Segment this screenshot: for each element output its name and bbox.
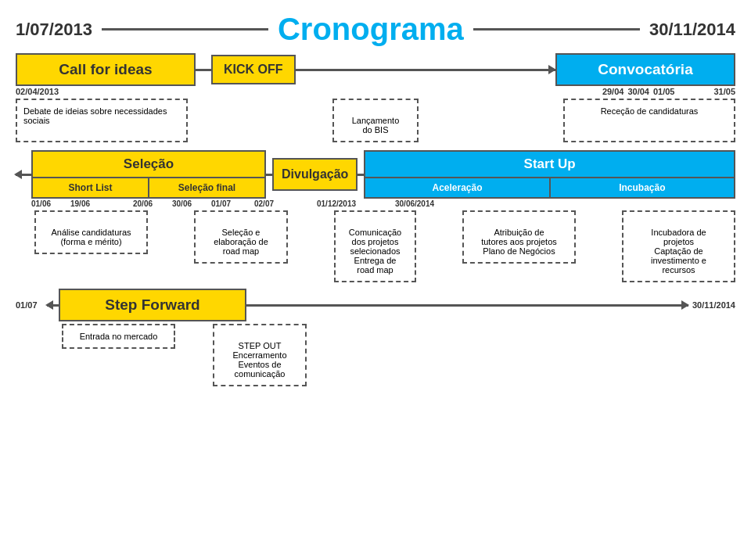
header-line-left — [102, 28, 268, 31]
spacer2 — [422, 99, 560, 142]
conn1 — [196, 69, 211, 71]
phase-row-1: Call for ideas KICK OFF Convocatória — [16, 53, 735, 86]
selecao-box: Seleção — [31, 150, 266, 178]
startup-sub: Aceleração Incubação — [364, 178, 735, 199]
debate-box: Debate de ideias sobre necessidades soci… — [16, 99, 188, 142]
step-forward-row: 01/07 Step Forward 30/11/2014 — [16, 289, 735, 321]
conn3 — [266, 174, 272, 176]
aceleracao-box: Aceleração — [364, 178, 550, 199]
analise-box: Análise candidaturas (forma e mérito) — [34, 210, 148, 254]
kick-off-box: KICK OFF — [211, 55, 296, 84]
startup-box: Start Up — [364, 150, 735, 178]
content-row-3: Entrada no mercado STEP OUT Encerramento… — [16, 324, 735, 386]
step-forward-box: Step Forward — [59, 289, 246, 321]
content-row-1: Debate de ideias sobre necessidades soci… — [16, 99, 735, 142]
phase-row-2: Seleção Short List Seleção final Divulga… — [16, 150, 735, 199]
dates-row-2: 01/06 19/06 20/06 30/06 01/07 02/07 01/1… — [16, 199, 735, 208]
header-line-right — [473, 28, 640, 31]
call-for-ideas-box: Call for ideas — [16, 53, 196, 86]
header-row: 1/07/2013 Cronograma 30/11/2014 — [16, 12, 735, 47]
incubadora-box: Incubadora de projetos Captação de inves… — [622, 210, 735, 282]
content-row-2: Análise candidaturas (forma e mérito) Se… — [16, 210, 735, 282]
startup-group: Start Up Aceleração Incubação — [364, 150, 735, 199]
shortlist-box: Short List — [31, 178, 149, 199]
selecao-elaboracao-box: Seleção e elaboração de road map — [194, 210, 288, 264]
incubacao-box: Incubação — [551, 178, 735, 199]
arrow-in-3 — [47, 304, 59, 307]
arrow-in-2 — [16, 174, 31, 176]
dates-row-1: 02/04/2013 29/04 30/04 01/05 31/05 — [16, 87, 735, 96]
step-out-box: STEP OUT Encerramento Eventos de comunic… — [213, 324, 307, 386]
conn2 — [296, 69, 555, 71]
entrada-box: Entrada no mercado — [62, 324, 175, 349]
recepcao-box: Receção de candidaturas — [563, 99, 735, 142]
conn5 — [246, 304, 688, 307]
selecao-sub: Short List Seleção final — [31, 178, 266, 199]
header-date-start: 1/07/2013 — [16, 20, 92, 40]
header-title: Cronograma — [278, 12, 464, 47]
spacer1 — [191, 99, 329, 142]
selecao-group: Seleção Short List Seleção final — [31, 150, 266, 199]
header-date-end: 30/11/2014 — [649, 20, 735, 40]
page: 1/07/2013 Cronograma 30/11/2014 Call for… — [0, 0, 751, 560]
divulgacao-box: Divulgação — [272, 158, 358, 191]
selecao-final-box: Seleção final — [149, 178, 266, 199]
comunicacao-box: Comunicação dos projetos selecionados En… — [334, 210, 416, 282]
convocatoria-box: Convocatória — [555, 53, 735, 86]
lancamento-box: Lançamento do BIS — [332, 99, 419, 142]
atribuicao-box: Atribuição de tutores aos projetos Plano… — [462, 210, 576, 264]
canvas: 1/07/2013 Cronograma 30/11/2014 Call for… — [16, 12, 735, 386]
conn4 — [358, 174, 364, 176]
